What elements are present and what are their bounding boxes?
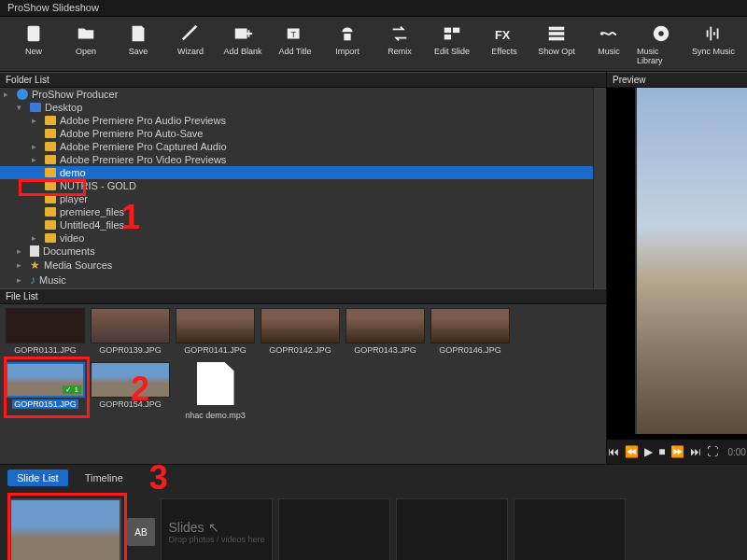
tree-item[interactable]: player bbox=[0, 192, 593, 205]
transition-badge[interactable]: AB bbox=[127, 518, 155, 546]
folder-icon bbox=[45, 129, 56, 138]
folder-icon bbox=[45, 194, 56, 203]
folder-list-header: Folder List bbox=[0, 72, 606, 88]
file-thumb[interactable]: GOPR0154.JPG bbox=[91, 362, 170, 420]
file-thumb[interactable]: GOPR0142.JPG bbox=[261, 308, 340, 355]
svg-rect-18 bbox=[717, 29, 719, 39]
open-button[interactable]: Open bbox=[62, 22, 110, 65]
effects-icon: FX bbox=[493, 22, 515, 45]
open-icon bbox=[75, 22, 97, 45]
add-title-button[interactable]: TAdd Title bbox=[271, 22, 319, 65]
import-button[interactable]: Import bbox=[323, 22, 372, 65]
tab-timeline[interactable]: Timeline bbox=[76, 469, 133, 486]
save-icon bbox=[127, 22, 149, 45]
sync-music-icon bbox=[702, 22, 725, 45]
tree-item[interactable]: ▸Adobe Premiere Pro Video Previews bbox=[0, 153, 593, 166]
tool-label: New bbox=[25, 47, 42, 56]
tree-media[interactable]: ▸★Media Sources bbox=[0, 258, 593, 273]
slide-slot-empty[interactable] bbox=[278, 498, 390, 560]
tree-music[interactable]: ▸♪Music bbox=[0, 273, 593, 287]
add-blank-button[interactable]: Add Blank bbox=[218, 22, 267, 65]
music-button[interactable]: Music bbox=[585, 22, 633, 65]
tree-root[interactable]: ▸ProShow Producer bbox=[0, 88, 593, 101]
folder-icon bbox=[45, 233, 56, 243]
sync-music-button[interactable]: Sync Music bbox=[689, 22, 738, 65]
next-end-button[interactable]: ⏭ bbox=[690, 445, 701, 458]
file-thumb[interactable]: GOPR0141.JPG bbox=[176, 308, 255, 355]
tree-computer[interactable]: ▸My Computer bbox=[0, 287, 593, 288]
tree-item[interactable]: ▸video bbox=[0, 231, 593, 245]
svg-point-14 bbox=[658, 31, 664, 36]
remix-icon bbox=[388, 22, 411, 45]
prev-start-button[interactable]: ⏮ bbox=[608, 445, 619, 458]
slides-hint-sub: Drop photos / videos here bbox=[168, 535, 264, 544]
fullscreen-button[interactable]: ⛶ bbox=[707, 445, 718, 458]
svg-rect-4 bbox=[344, 34, 350, 40]
file-thumb[interactable]: nhac demo.mp3 bbox=[176, 362, 255, 420]
globe-icon bbox=[17, 89, 28, 100]
tree-item[interactable]: premiere_files bbox=[0, 205, 593, 218]
svg-point-12 bbox=[600, 32, 604, 35]
svg-rect-9 bbox=[549, 27, 565, 31]
slide-slot-empty[interactable] bbox=[514, 498, 626, 560]
window-title: ProShow Slideshow bbox=[0, 0, 747, 17]
annotation-number-3: 3 bbox=[149, 469, 168, 487]
file-list[interactable]: GOPR0131.JPG GOPR0139.JPG GOPR0141.JPG G… bbox=[0, 304, 606, 464]
new-button[interactable]: New bbox=[9, 22, 58, 65]
music-library-button[interactable]: Music Library bbox=[637, 22, 685, 65]
file-thumb[interactable]: GOPR0131.JPG bbox=[6, 308, 85, 355]
svg-rect-16 bbox=[710, 27, 712, 41]
svg-rect-0 bbox=[28, 26, 40, 42]
cursor-icon: ↖ bbox=[208, 520, 219, 535]
tool-label: Music bbox=[598, 47, 620, 56]
tree-item[interactable]: Untitled4_files bbox=[0, 218, 593, 231]
playback-time: 0:00 bbox=[727, 447, 745, 457]
scrollbar[interactable] bbox=[593, 88, 606, 288]
tool-label: Music Library bbox=[637, 47, 685, 65]
file-thumb[interactable]: GOPR0146.JPG bbox=[430, 308, 510, 355]
folder-icon bbox=[45, 168, 56, 177]
tree-item[interactable]: NUTRIS - GOLD bbox=[0, 179, 593, 192]
folder-icon bbox=[45, 181, 56, 190]
remix-button[interactable]: Remix bbox=[375, 22, 424, 65]
show-opt-button[interactable]: Show Opt bbox=[532, 22, 581, 65]
tree-item[interactable]: ▸Adobe Premiere Pro Captured Audio bbox=[0, 140, 593, 153]
edit-slide-button[interactable]: Edit Slide bbox=[428, 22, 476, 65]
bottom-panel: Slide List Timeline 3 3.0 AB Slides ↖ Dr… bbox=[0, 464, 747, 560]
tree-item[interactable]: ▸Adobe Premiere Pro Audio Previews bbox=[0, 114, 593, 127]
file-list-header: File List bbox=[0, 288, 606, 304]
file-thumb-selected[interactable]: ✓ 1 GOPR0151.JPG bbox=[6, 362, 85, 420]
preview-image bbox=[635, 88, 747, 434]
slide-thumb[interactable]: 3.0 bbox=[9, 498, 121, 560]
slide-slot-empty[interactable]: Slides ↖ Drop photos / videos here bbox=[161, 498, 273, 560]
folder-icon bbox=[45, 142, 56, 151]
folder-tree[interactable]: ▸ProShow Producer ▾Desktop ▸Adobe Premie… bbox=[0, 88, 593, 288]
play-button[interactable]: ▶ bbox=[644, 445, 653, 458]
svg-rect-10 bbox=[549, 32, 565, 35]
folder-icon bbox=[45, 155, 56, 164]
file-thumb[interactable]: GOPR0143.JPG bbox=[345, 308, 425, 355]
rewind-button[interactable]: ⏪ bbox=[625, 445, 639, 458]
save-button[interactable]: Save bbox=[114, 22, 162, 65]
tab-slide-list[interactable]: Slide List bbox=[7, 469, 68, 486]
svg-text:T: T bbox=[290, 30, 296, 39]
svg-text:FX: FX bbox=[495, 28, 511, 42]
folder-icon bbox=[45, 116, 56, 125]
new-icon bbox=[22, 22, 45, 45]
tool-label: Import bbox=[335, 47, 359, 56]
tree-item-selected[interactable]: demo bbox=[0, 166, 593, 179]
tool-label: Sync Music bbox=[692, 47, 735, 56]
tree-documents[interactable]: ▸Documents bbox=[0, 245, 593, 258]
effects-button[interactable]: FXEffects bbox=[480, 22, 529, 65]
stop-button[interactable]: ■ bbox=[658, 445, 665, 458]
forward-button[interactable]: ⏩ bbox=[670, 445, 684, 458]
slide-slot-empty[interactable] bbox=[396, 498, 508, 560]
tree-desktop[interactable]: ▾Desktop bbox=[0, 101, 593, 114]
file-thumb[interactable]: GOPR0139.JPG bbox=[91, 308, 170, 355]
svg-rect-7 bbox=[444, 35, 451, 39]
folder-icon bbox=[45, 220, 56, 230]
wizard-button[interactable]: Wizard bbox=[166, 22, 215, 65]
tree-item[interactable]: Adobe Premiere Pro Auto-Save bbox=[0, 127, 593, 140]
main-toolbar: New Open Save Wizard Add Blank TAdd Titl… bbox=[0, 17, 747, 72]
show-opt-icon bbox=[545, 22, 568, 45]
